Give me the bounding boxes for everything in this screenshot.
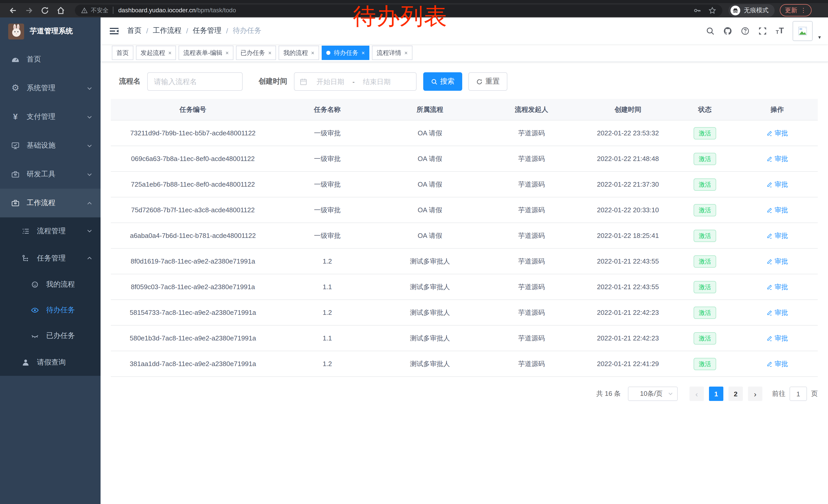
tab-todo-task[interactable]: 待办任务× xyxy=(322,46,370,60)
tab-form-edit[interactable]: 流程表单-编辑× xyxy=(179,46,234,60)
github-icon[interactable] xyxy=(723,27,732,35)
tab-done-task[interactable]: 已办任务× xyxy=(236,46,276,60)
cell-starter: 芋道源码 xyxy=(480,231,583,240)
sidebar-item-home[interactable]: 首页 xyxy=(0,45,100,74)
end-date-input[interactable] xyxy=(357,77,397,86)
edit-pen-icon xyxy=(767,207,773,213)
cell-task-name: 一级审批 xyxy=(275,154,380,163)
close-icon[interactable]: × xyxy=(225,50,229,56)
close-icon[interactable]: × xyxy=(404,50,408,56)
yen-icon: ¥ xyxy=(11,113,19,121)
approve-link[interactable]: 审批 xyxy=(767,282,788,291)
date-range-picker[interactable]: - xyxy=(294,72,417,91)
browser-home-icon[interactable] xyxy=(56,6,65,15)
status-badge: 激活 xyxy=(694,152,716,165)
caret-down-icon[interactable]: ▾ xyxy=(818,34,821,41)
close-icon[interactable]: × xyxy=(168,50,172,56)
close-icon[interactable]: × xyxy=(268,50,272,56)
search-button[interactable]: 搜索 xyxy=(423,72,462,91)
cell-starter: 芋道源码 xyxy=(480,205,583,215)
goto-page-input[interactable] xyxy=(790,386,807,401)
security-warning-icon[interactable] xyxy=(81,7,88,13)
process-name-input[interactable] xyxy=(147,72,243,91)
sidebar-item-process-mgmt[interactable]: 流程管理 xyxy=(0,217,100,244)
page-url[interactable]: dashboard.yudao.iocoder.cn/bpm/task/todo xyxy=(118,7,236,14)
edit-pen-icon xyxy=(767,310,773,316)
reset-button[interactable]: 重置 xyxy=(468,72,507,91)
tab-my-process[interactable]: 我的流程× xyxy=(279,46,319,60)
table-row: 8f059c03-7ac8-11ec-a9e2-a2380e71991a 1.1… xyxy=(111,274,818,300)
approve-link[interactable]: 审批 xyxy=(767,205,788,215)
approve-link[interactable]: 审批 xyxy=(767,180,788,189)
browser-reload-icon[interactable] xyxy=(41,6,49,15)
sidebar-item-done-task[interactable]: 已办任务 xyxy=(0,323,100,349)
sidebar-item-system[interactable]: ⚙ 系统管理 xyxy=(0,74,100,102)
approve-link[interactable]: 审批 xyxy=(767,308,788,317)
page-button-1[interactable]: 1 xyxy=(709,386,723,401)
page-size-select[interactable]: 10条/页 xyxy=(628,386,678,401)
incognito-badge: 无痕模式 xyxy=(729,4,775,17)
table-row: 580e1b3d-7ac8-11ec-a9e2-a2380e71991a 1.1… xyxy=(111,325,818,351)
sidebar-item-task-mgmt[interactable]: 任务管理 xyxy=(0,244,100,272)
approve-link[interactable]: 审批 xyxy=(767,359,788,368)
cell-starter: 芋道源码 xyxy=(480,154,583,163)
help-icon[interactable] xyxy=(741,27,749,35)
flow-tree-icon xyxy=(22,254,30,262)
app-logo-bar[interactable]: 芋道管理系统 xyxy=(0,17,100,45)
start-date-input[interactable] xyxy=(310,77,350,86)
cell-created: 2022-01-21 22:43:55 xyxy=(583,258,673,265)
cell-process: 测试多审批人 xyxy=(380,308,480,317)
bookmark-star-icon[interactable] xyxy=(708,6,716,14)
breadcrumb-workflow[interactable]: 工作流程 xyxy=(153,26,181,35)
sidebar-item-leave-query[interactable]: 请假查询 xyxy=(0,349,100,376)
chevron-down-icon xyxy=(87,172,92,177)
close-icon[interactable]: × xyxy=(362,50,365,56)
sidebar-item-devtools[interactable]: 研发工具 xyxy=(0,160,100,189)
browser-forward-icon[interactable] xyxy=(25,6,33,15)
approve-link[interactable]: 审批 xyxy=(767,333,788,343)
browser-update-button[interactable]: 更新 ⋮ xyxy=(780,4,812,16)
password-key-icon[interactable] xyxy=(694,6,701,14)
sidebar-item-workflow[interactable]: 工作流程 xyxy=(0,189,100,217)
approve-link[interactable]: 审批 xyxy=(767,257,788,266)
close-icon[interactable]: × xyxy=(311,50,315,56)
cell-created: 2022-01-21 22:43:55 xyxy=(583,283,673,291)
sidebar-item-todo-task[interactable]: 待办任务 xyxy=(0,297,100,323)
tab-home[interactable]: 首页 xyxy=(112,46,133,60)
workflow-submenu: 流程管理 任务管理 我的流程 待办任务 已办 xyxy=(0,217,100,376)
avatar[interactable] xyxy=(793,21,813,41)
breadcrumb-task-mgmt[interactable]: 任务管理 xyxy=(193,26,222,35)
chevron-down-icon xyxy=(87,85,92,91)
cell-process: 测试多审批人 xyxy=(380,257,480,266)
security-label[interactable]: 不安全 xyxy=(91,6,109,14)
cell-created: 2022-01-21 22:41:29 xyxy=(583,360,673,368)
col-process: 所属流程 xyxy=(380,105,480,114)
approve-link[interactable]: 审批 xyxy=(767,154,788,163)
search-icon[interactable] xyxy=(706,27,715,35)
sidebar-toggle-icon[interactable] xyxy=(109,26,119,36)
browser-menu-icon[interactable]: ⋮ xyxy=(800,7,806,13)
tab-process-detail[interactable]: 流程详情× xyxy=(372,46,412,60)
app-title: 芋道管理系统 xyxy=(30,27,73,36)
approve-link[interactable]: 审批 xyxy=(767,129,788,138)
page-button-2[interactable]: 2 xyxy=(729,386,743,401)
status-badge: 激活 xyxy=(694,281,716,293)
cell-starter: 芋道源码 xyxy=(480,359,583,368)
range-separator: - xyxy=(350,78,357,85)
browser-back-icon[interactable] xyxy=(9,6,17,15)
approve-link[interactable]: 审批 xyxy=(767,231,788,240)
breadcrumb-home[interactable]: 首页 xyxy=(127,26,141,35)
sidebar-item-my-process[interactable]: 我的流程 xyxy=(0,272,100,297)
next-page-icon[interactable]: › xyxy=(748,386,762,401)
fullscreen-icon[interactable] xyxy=(758,27,767,35)
font-size-icon[interactable]: TT xyxy=(776,27,784,35)
face-icon xyxy=(31,280,39,289)
tab-start-process[interactable]: 发起流程× xyxy=(136,46,176,60)
cell-task-id: 580e1b3d-7ac8-11ec-a9e2-a2380e71991a xyxy=(111,334,275,342)
cell-action: 审批 xyxy=(737,359,818,368)
sidebar-item-infra[interactable]: 基础设施 xyxy=(0,131,100,160)
chevron-up-icon xyxy=(87,255,92,261)
edit-pen-icon xyxy=(767,232,773,239)
sidebar-item-payment[interactable]: ¥ 支付管理 xyxy=(0,102,100,131)
prev-page-icon[interactable]: ‹ xyxy=(690,386,704,401)
